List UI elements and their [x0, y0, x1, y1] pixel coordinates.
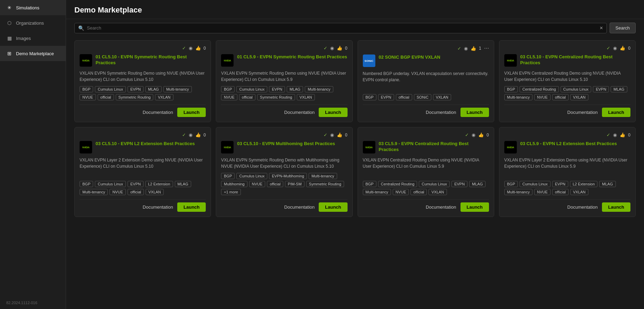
card-description: VXLAN EVPN Centralized Routing Demo usin… — [363, 157, 489, 177]
tag: Cumulus Linux — [236, 86, 267, 92]
launch-button[interactable]: Launch — [319, 202, 347, 212]
card-tags: BGPCumulus LinuxEVPNL2 ExtensionMLAGMult… — [80, 181, 206, 195]
globe-icon: ◉ — [330, 132, 334, 137]
main-content: Demo Marketplace 🔍 × Search ✓ ◉ 👍 0 NVID… — [66, 0, 644, 309]
tag: official — [552, 189, 569, 195]
tag: MLAG — [287, 86, 303, 92]
documentation-link[interactable]: Documentation — [426, 204, 456, 210]
sidebar-item-simulations[interactable]: ✳ Simulations — [0, 0, 66, 15]
documentation-link[interactable]: Documentation — [284, 204, 315, 210]
tag: VXLAN — [570, 94, 588, 100]
launch-button[interactable]: Launch — [177, 108, 206, 117]
launch-button[interactable]: Launch — [602, 108, 630, 117]
card-card4: ✓ ◉ 👍 0 NVIDIA 03 CL5.10 - EVPN Centrali… — [499, 40, 636, 122]
card-header: NVIDIA 01 CL5.10 - EVPN Symmetric Routin… — [80, 54, 206, 67]
tag: MLAG — [599, 181, 616, 187]
tag: NVUE — [534, 189, 551, 195]
card-footer: Documentation Launch — [504, 199, 630, 212]
tag: BGP — [363, 181, 376, 187]
launch-button[interactable]: Launch — [460, 202, 489, 212]
documentation-link[interactable]: Documentation — [143, 110, 173, 115]
tag: BGP — [504, 86, 518, 92]
more-options-icon[interactable]: ⋯ — [484, 45, 489, 51]
thumbs-up-icon: 👍 — [195, 132, 201, 137]
launch-button[interactable]: Launch — [177, 202, 206, 212]
card-description: VXLAN EVPN Symmetric Routing Demo using … — [80, 70, 206, 83]
verified-icon: ✓ — [606, 132, 610, 137]
tag: BGP — [80, 86, 93, 92]
tag: Symmetric Routing — [116, 94, 154, 100]
tag: official — [410, 189, 427, 195]
cards-container: ✓ ◉ 👍 0 NVIDIA 01 CL5.10 - EVPN Symmetri… — [66, 37, 644, 309]
card-title: 03 CL5.10 - EVPN L2 Extension Best Pract… — [96, 141, 195, 147]
card-top-icons: ✓ ◉ 👍 0 — [504, 45, 630, 51]
search-icon: 🔍 — [78, 25, 84, 31]
tag: Cumulus Linux — [95, 181, 126, 187]
card-description: VXLAN EVPN Centralized Routing Demo usin… — [504, 70, 630, 83]
card-logo: NVIDIA — [80, 54, 92, 67]
search-button[interactable]: Search — [610, 23, 636, 33]
sidebar-version: 82.2024.1112-016 — [0, 297, 66, 309]
tag: Cumulus Linux — [419, 181, 450, 187]
tag: EVPN — [128, 86, 144, 92]
card-header: NVIDIA 03 CL5.9 - EVPN Centralized Routi… — [363, 141, 489, 153]
sidebar: ✳ Simulations ⬡ Organizations ▦ Images ⊞… — [0, 0, 66, 309]
launch-button[interactable]: Launch — [460, 108, 489, 117]
card-header: NVIDIA 03 CL5.9 - EVPN L2 Extension Best… — [504, 141, 630, 153]
documentation-link[interactable]: Documentation — [143, 204, 173, 210]
card-top-icons: ✓ ◉ 👍 0 — [80, 132, 206, 137]
card-card2: ✓ ◉ 👍 0 NVIDIA 01 CL5.9 - EVPN Symmetric… — [216, 40, 352, 122]
tag: official — [552, 94, 569, 100]
thumbs-up-icon: 👍 — [337, 132, 342, 137]
verified-icon: ✓ — [457, 46, 461, 51]
sidebar-item-organizations[interactable]: ⬡ Organizations — [0, 15, 66, 31]
tag: VXLAN — [146, 189, 164, 195]
card-title: 03 CL5.10 - EVPN Centralized Routing Bes… — [520, 54, 630, 66]
globe-icon: ◉ — [189, 132, 193, 137]
tag: L2 Extension — [570, 181, 598, 187]
documentation-link[interactable]: Documentation — [426, 110, 456, 115]
card-header: NVIDIA 03 CL5.10 - EVPN L2 Extension Bes… — [80, 141, 206, 153]
likes-count: 0 — [204, 46, 206, 51]
thumbs-up-icon: 👍 — [195, 45, 201, 51]
card-description: VXLAN EVPN Layer 2 Extension Demo using … — [504, 157, 630, 177]
nvidia-logo: NVIDIA — [504, 54, 517, 67]
card-tags: BGPCentralized RoutingCumulus LinuxEVPNM… — [363, 181, 489, 195]
tag: PIM-SM — [285, 181, 304, 187]
nvidia-logo: NVIDIA — [504, 141, 517, 153]
documentation-link[interactable]: Documentation — [284, 110, 315, 115]
card-card3: ✓ ◉ 👍 1 ⋯ SONiC 02 SONiC BGP EVPN VXLAN … — [358, 40, 494, 122]
search-input-wrap: 🔍 × — [74, 23, 607, 33]
globe-icon: ◉ — [330, 45, 334, 51]
sidebar-item-images[interactable]: ▦ Images — [0, 31, 66, 46]
likes-count: 0 — [628, 133, 630, 137]
launch-button[interactable]: Launch — [602, 202, 630, 212]
tag: VXLAN — [429, 189, 447, 195]
tag: Cumulus Linux — [520, 181, 551, 187]
launch-button[interactable]: Launch — [319, 108, 347, 117]
nvidia-logo: NVIDIA — [363, 141, 375, 153]
card-footer: Documentation Launch — [80, 199, 206, 212]
tag: NVUE — [534, 94, 551, 100]
tag: official — [98, 94, 114, 100]
tag: VXLAN — [570, 189, 588, 195]
card-description: VXLAN EVPN Layer 2 Extension Demo using … — [80, 157, 206, 177]
documentation-link[interactable]: Documentation — [567, 204, 597, 210]
card-title: 02 SONiC BGP EVPN VXLAN — [379, 55, 440, 60]
verified-icon: ✓ — [606, 45, 610, 51]
card-card8: ✓ ◉ 👍 0 NVIDIA 03 CL5.9 - EVPN L2 Extens… — [499, 127, 636, 217]
card-logo: NVIDIA — [504, 54, 517, 67]
sidebar-item-demo-marketplace[interactable]: ⊞ Demo Marketplace — [0, 46, 66, 61]
search-input[interactable] — [87, 25, 597, 31]
nvidia-logo: NVIDIA — [221, 54, 234, 67]
tag: MLAG — [469, 181, 486, 187]
tag: VXLAN — [155, 94, 173, 100]
tag: MLAG — [145, 86, 162, 92]
thumbs-up-icon: 👍 — [478, 132, 484, 137]
search-clear-button[interactable]: × — [600, 25, 603, 31]
page-title: Demo Marketplace — [74, 6, 142, 14]
sonic-logo: SONiC — [363, 55, 375, 67]
likes-count: 1 — [479, 46, 481, 51]
documentation-link[interactable]: Documentation — [567, 110, 597, 115]
card-footer: Documentation Launch — [221, 199, 347, 212]
